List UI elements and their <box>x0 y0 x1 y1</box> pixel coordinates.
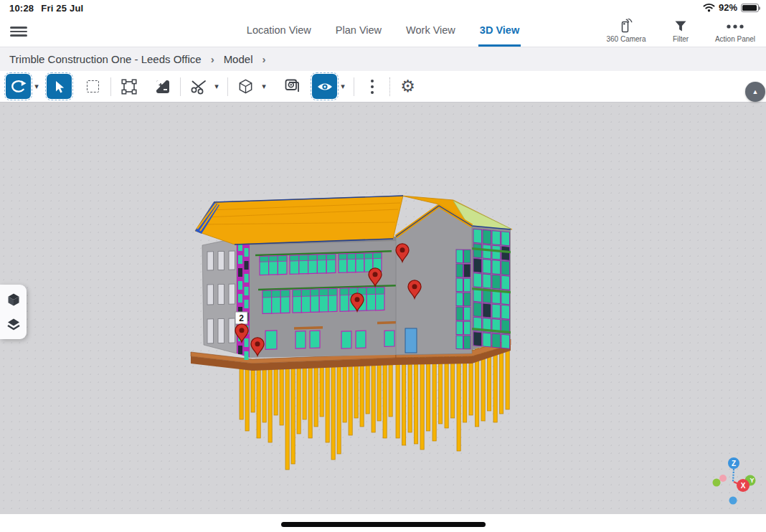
model-cube-button[interactable] <box>233 74 258 99</box>
tab-3d-view[interactable]: 3D View <box>478 16 521 47</box>
scissors-icon <box>190 79 207 95</box>
snapshot-stack-icon <box>284 78 301 95</box>
axis-neg-dot <box>719 475 727 482</box>
pin-hole <box>355 297 360 302</box>
layers-button[interactable] <box>4 314 24 334</box>
breadcrumb-project[interactable]: Trimble Construction One - Leeds Office <box>9 53 202 65</box>
entrance-door <box>405 328 417 353</box>
tab-location-view[interactable]: Location View <box>245 16 313 47</box>
status-time-date: 10:28Fri 25 Jul <box>9 3 90 14</box>
roof-front <box>195 196 403 244</box>
marquee-dashed-icon <box>87 80 99 92</box>
filter-funnel-icon <box>673 19 688 34</box>
gear-icon: ⚙ <box>400 78 415 95</box>
ellipsis-icon <box>726 19 744 34</box>
breadcrumb-chevron-icon: › <box>262 53 265 65</box>
orbit-caret-button[interactable]: ▾ <box>31 74 42 99</box>
pin-hole <box>240 328 245 333</box>
tab-plan-view[interactable]: Plan View <box>334 16 383 47</box>
status-bar: 10:28Fri 25 Jul 92% <box>0 0 766 16</box>
eye-icon <box>316 80 334 94</box>
camera-360-label: 360 Camera <box>606 35 646 43</box>
svg-text:X: X <box>741 482 746 490</box>
adjust-contrast-button[interactable] <box>150 74 175 99</box>
viewer-toolbar: ▾ <box>0 71 766 103</box>
cut-tool-button[interactable] <box>186 74 211 99</box>
home-indicator[interactable] <box>281 522 486 527</box>
visibility-caret-button[interactable]: ▾ <box>337 74 349 99</box>
more-options-button[interactable] <box>359 74 384 99</box>
action-panel-button[interactable]: Action Panel <box>713 19 757 43</box>
main-facade <box>250 237 405 358</box>
visibility-button[interactable] <box>312 74 337 99</box>
breadcrumb-chevron-icon: › <box>211 53 214 65</box>
pin-hole <box>412 284 417 289</box>
model-tree-button[interactable] <box>4 290 24 310</box>
pin-hole <box>373 272 378 277</box>
model-cube-icon <box>6 293 21 307</box>
bottom-system-bar <box>0 514 766 532</box>
svg-text:2: 2 <box>239 313 244 323</box>
filter-button[interactable]: Filter <box>658 19 703 43</box>
orbit-tool-button[interactable] <box>6 74 31 99</box>
model-viewport[interactable]: 2 Y X Z <box>0 103 766 514</box>
cut-caret-button[interactable]: ▾ <box>211 74 222 99</box>
svg-text:Y: Y <box>750 477 754 484</box>
layers-icon <box>6 318 21 331</box>
status-time: 10:28 <box>9 3 34 14</box>
battery-percent: 92% <box>719 2 737 13</box>
pin-hole <box>255 341 260 346</box>
building-model-3d-view[interactable]: 2 Y X Z <box>0 103 766 514</box>
cube-caret-button[interactable]: ▾ <box>258 74 270 99</box>
wifi-icon <box>703 3 715 12</box>
breadcrumb-model[interactable]: Model <box>224 53 253 65</box>
model-tools-flyout <box>0 285 27 339</box>
status-date: Fri 25 Jul <box>41 3 83 14</box>
settings-button[interactable]: ⚙ <box>395 74 420 99</box>
frame-corners-icon <box>121 79 137 95</box>
snapshots-button[interactable] <box>280 74 305 99</box>
camera-360-icon <box>618 19 634 34</box>
breadcrumb: Trimble Construction One - Leeds Office … <box>0 47 766 71</box>
cursor-icon <box>52 80 67 94</box>
axis-gizmo[interactable]: Y X Z <box>713 457 756 505</box>
trimble-field-app: 10:28Fri 25 Jul 92% Location View Plan V… <box>0 0 766 532</box>
cube-icon <box>237 78 254 95</box>
collapse-toolbar-button[interactable]: ▲ <box>745 82 765 102</box>
frame-select-button[interactable] <box>116 74 141 99</box>
axis-neg-dot <box>713 479 721 487</box>
camera-360-button[interactable]: 360 Camera <box>604 19 648 43</box>
pin-hole <box>400 247 405 252</box>
tab-work-view[interactable]: Work View <box>405 16 457 47</box>
curtain-wall-east <box>472 226 511 350</box>
select-tool-button[interactable] <box>47 74 72 99</box>
marquee-select-button[interactable] <box>80 74 105 99</box>
collapse-up-icon: ▲ <box>752 88 759 95</box>
kebab-icon <box>370 79 374 95</box>
svg-text:Z: Z <box>732 460 736 467</box>
orbit-icon <box>10 78 27 95</box>
top-nav-bar: Location View Plan View Work View 3D Vie… <box>0 16 766 47</box>
action-panel-label: Action Panel <box>715 35 755 43</box>
pin-count-badge: 2 <box>235 312 247 324</box>
filter-label: Filter <box>673 35 689 43</box>
battery-icon <box>741 4 759 12</box>
axis-neg-dot <box>729 497 737 505</box>
west-wall <box>202 238 237 353</box>
right-gable-wall <box>396 206 472 355</box>
adjust-contrast-icon <box>156 80 170 94</box>
